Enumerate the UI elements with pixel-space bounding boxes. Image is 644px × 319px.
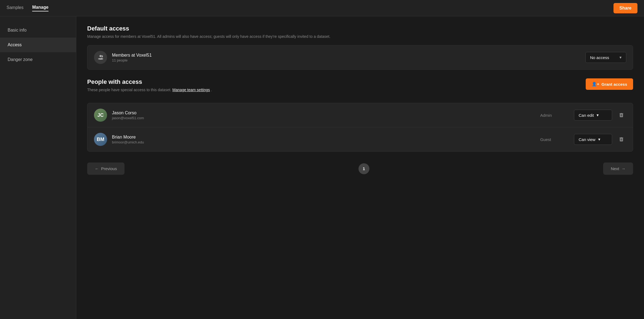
person-email: jason@voxel51.com [112, 116, 540, 120]
people-access-title: People with access [87, 78, 212, 85]
sidebar: Basic info Access Danger zone [0, 16, 76, 319]
default-access-dropdown[interactable]: No access ▾ [585, 52, 626, 63]
person-email: brimoor@umich.edu [112, 140, 540, 144]
default-access-card: Members at Voxel51 11 people No access ▾ [87, 45, 633, 70]
default-access-description: Manage access for members at Voxel51. Al… [87, 34, 633, 39]
avatar: JC [94, 109, 107, 122]
share-button[interactable]: Share [613, 3, 637, 13]
sidebar-item-basic-info[interactable]: Basic info [0, 23, 76, 38]
sidebar-item-danger-zone[interactable]: Danger zone [0, 52, 76, 67]
members-row: Members at Voxel51 11 people No access ▾ [87, 45, 633, 69]
person-name: Brian Moore [112, 135, 540, 140]
permission-dropdown[interactable]: Can edit ▾ [574, 110, 612, 121]
trash-icon [619, 137, 624, 142]
grant-access-icon: 👤+ [592, 82, 599, 87]
next-button[interactable]: Next → [603, 162, 633, 175]
permission-dropdown[interactable]: Can view ▾ [574, 134, 612, 145]
avatar-initials: JC [97, 112, 104, 118]
arrow-left-icon: ← [95, 166, 99, 171]
manage-team-settings-link[interactable]: Manage team settings [172, 88, 210, 92]
chevron-down-icon: ▾ [597, 113, 599, 118]
nav-tabs: Samples Manage [7, 5, 48, 11]
section-header: People with access These people have spe… [87, 78, 633, 99]
previous-button[interactable]: ← Previous [87, 162, 124, 175]
person-info: Brian Moore brimoor@umich.edu [112, 135, 540, 144]
period: . [211, 88, 212, 92]
permission-value: Can edit [579, 113, 594, 118]
default-access-title: Default access [87, 25, 633, 32]
members-icon [94, 51, 107, 64]
previous-label: Previous [101, 166, 117, 171]
page-layout: Basic info Access Danger zone Default ac… [0, 16, 644, 319]
tab-samples[interactable]: Samples [7, 5, 23, 11]
chevron-down-icon: ▾ [598, 137, 600, 142]
people-with-access-section: People with access These people have spe… [87, 78, 633, 152]
grant-access-button[interactable]: 👤+ Grant access [586, 78, 633, 90]
grant-access-label: Grant access [602, 82, 627, 87]
person-row: BM Brian Moore brimoor@umich.edu Guest C… [87, 127, 633, 151]
avatar: BM [94, 133, 107, 146]
page-indicator: 1 [359, 163, 369, 174]
person-role: Admin [540, 113, 567, 118]
next-label: Next [611, 166, 619, 171]
trash-icon [619, 112, 624, 118]
main-content: Default access Manage access for members… [76, 16, 644, 319]
permission-value: Can view [579, 137, 596, 142]
person-name: Jason Corso [112, 111, 540, 115]
top-navigation: Samples Manage Share [0, 0, 644, 16]
default-access-section: Default access Manage access for members… [87, 25, 633, 70]
pagination: ← Previous 1 Next → [87, 162, 633, 181]
arrow-right-icon: → [621, 166, 625, 171]
people-access-description: These people have special access to this… [87, 88, 212, 92]
section-header-text: People with access These people have spe… [87, 78, 212, 99]
members-info: Members at Voxel51 11 people [112, 53, 585, 62]
people-access-card: JC Jason Corso jason@voxel51.com Admin C… [87, 103, 633, 152]
delete-person-button[interactable] [616, 110, 626, 120]
members-name: Members at Voxel51 [112, 53, 585, 58]
person-role: Guest [540, 137, 567, 142]
tab-manage[interactable]: Manage [32, 5, 48, 11]
sidebar-item-access[interactable]: Access [0, 38, 76, 52]
person-info: Jason Corso jason@voxel51.com [112, 111, 540, 120]
delete-person-button[interactable] [616, 134, 626, 144]
group-icon [97, 54, 104, 61]
person-row: JC Jason Corso jason@voxel51.com Admin C… [87, 103, 633, 127]
default-access-value: No access [590, 55, 609, 60]
members-count: 11 people [112, 58, 585, 62]
chevron-down-icon: ▾ [619, 55, 622, 60]
avatar-initials: BM [97, 137, 104, 142]
people-access-desc-text: These people have special access to this… [87, 88, 171, 92]
